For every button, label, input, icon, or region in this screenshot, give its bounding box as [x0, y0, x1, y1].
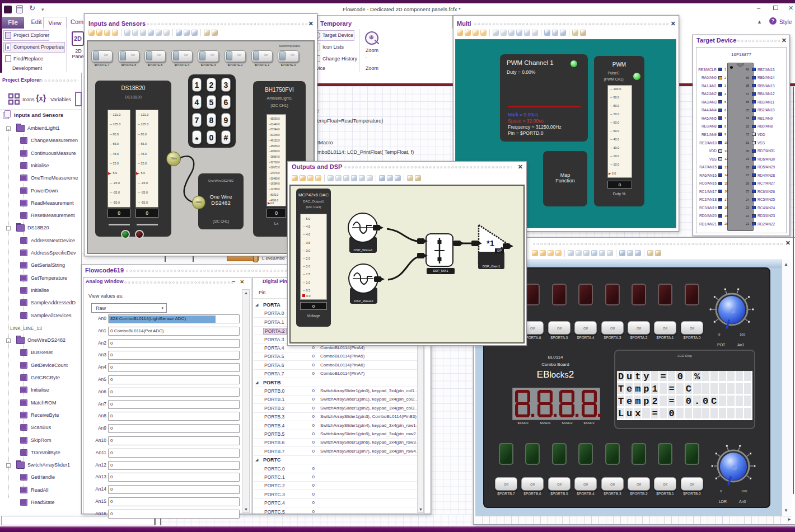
svg-text:*1: *1 — [487, 238, 494, 248]
